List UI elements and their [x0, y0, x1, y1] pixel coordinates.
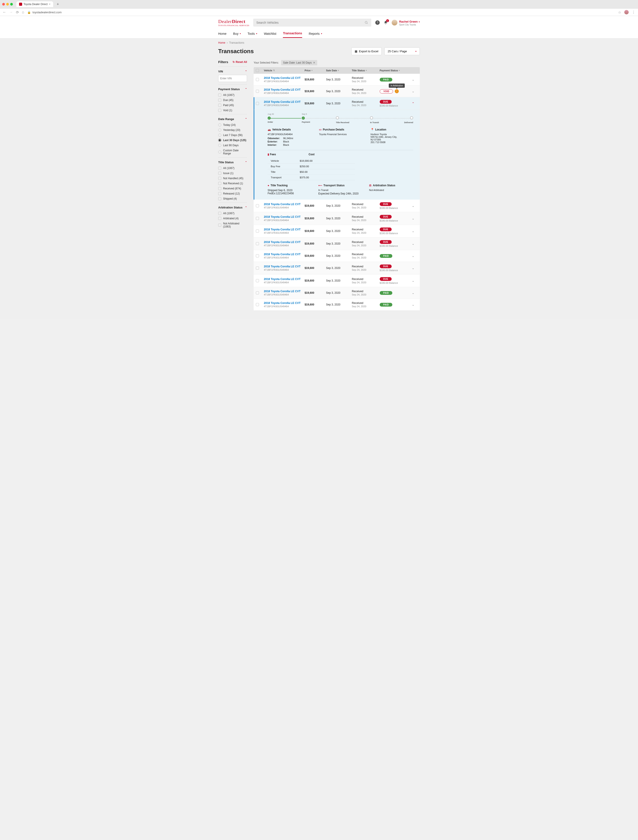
filter-option[interactable]: Last 30 Days (125) — [218, 139, 247, 142]
expand-row-icon[interactable]: ⌄ — [412, 242, 418, 245]
filter-option[interactable]: Paid (45) — [218, 104, 247, 107]
radio-icon[interactable] — [218, 144, 221, 147]
checkbox-icon[interactable] — [218, 93, 221, 96]
vehicle-link[interactable]: 2018 Toyota Corolla LE CVT — [264, 290, 305, 293]
remove-chip-icon[interactable]: ✕ — [313, 61, 315, 64]
logo[interactable]: DealerDirect TOYOTA FINANCIAL SERVICES — [218, 19, 249, 27]
radio-icon[interactable] — [218, 139, 221, 142]
filter-option[interactable]: Today (24) — [218, 123, 247, 126]
checkbox-icon[interactable] — [218, 217, 221, 220]
row-checkbox[interactable] — [256, 267, 259, 270]
vehicle-link[interactable]: 2018 Toyota Corolla LE CVT — [264, 302, 305, 305]
warning-icon[interactable]: !In Arbitration — [395, 89, 399, 93]
filter-option[interactable]: Not Handled (45) — [218, 177, 247, 180]
select-all-checkbox[interactable] — [256, 69, 259, 72]
filter-group-payment-toggle[interactable]: Payment Status ⌃ — [218, 87, 247, 93]
filter-option[interactable]: All (1067) — [218, 212, 247, 215]
expand-row-icon[interactable]: ⌄ — [412, 254, 418, 257]
expand-row-icon[interactable]: ⌄ — [412, 279, 418, 283]
search-bar[interactable] — [253, 19, 371, 27]
checkbox-icon[interactable] — [218, 177, 221, 180]
user-menu[interactable]: Rachel Green ▾ Sport City Toyota — [392, 19, 420, 26]
filter-option[interactable]: Issue (1) — [218, 172, 247, 175]
checkbox-icon[interactable] — [218, 104, 221, 107]
nav-transactions[interactable]: Transactions — [283, 29, 302, 38]
checkbox-icon[interactable] — [218, 224, 221, 227]
vehicle-link[interactable]: 2018 Toyota Corolla LE CVT — [264, 253, 305, 256]
star-icon[interactable]: ☆ — [618, 10, 621, 14]
checkbox-icon[interactable] — [218, 187, 221, 190]
checkbox-icon[interactable] — [218, 192, 221, 195]
filter-option[interactable]: Due (45) — [218, 99, 247, 102]
back-icon[interactable]: ← — [3, 10, 6, 14]
profile-avatar-icon[interactable] — [624, 10, 629, 14]
filter-option[interactable]: Yesterday (20) — [218, 128, 247, 131]
page-size-select[interactable]: 25 Cars / Page ▾ — [384, 47, 420, 55]
filter-option[interactable]: Released (12) — [218, 192, 247, 195]
filter-option[interactable]: Shipped (4) — [218, 197, 247, 200]
maximize-window-icon[interactable] — [10, 3, 13, 6]
nav-reports[interactable]: Reports▾ — [309, 29, 322, 38]
filter-option[interactable]: All (1067) — [218, 167, 247, 170]
row-checkbox[interactable] — [256, 229, 259, 232]
filter-group-title-toggle[interactable]: Title Status ⌃ — [218, 160, 247, 166]
export-excel-button[interactable]: ▦ Export to Excel — [351, 47, 382, 55]
expand-row-icon[interactable]: ⌄ — [412, 229, 418, 233]
expand-row-icon[interactable]: ⌄ — [412, 266, 418, 270]
help-icon[interactable]: ? — [375, 21, 380, 25]
filter-option[interactable]: Last 90 Days — [218, 144, 247, 147]
checkbox-icon[interactable] — [218, 99, 221, 102]
minimize-window-icon[interactable] — [6, 3, 9, 6]
radio-icon[interactable] — [218, 150, 221, 153]
row-checkbox[interactable] — [256, 78, 259, 81]
home-icon[interactable]: ⌂ — [22, 10, 24, 14]
expand-row-icon[interactable]: ⌄ — [412, 204, 418, 208]
browser-tab[interactable]: Toyota Dealer Direct × — [16, 2, 53, 7]
url-text[interactable]: toyotadealerdirect.com — [33, 11, 62, 14]
checkbox-icon[interactable] — [218, 109, 221, 112]
row-checkbox[interactable] — [256, 279, 259, 282]
vehicle-link[interactable]: 2018 Toyota Corolla LE CVT — [264, 88, 305, 91]
filter-option[interactable]: Arbitrated (4) — [218, 217, 247, 220]
checkbox-icon[interactable] — [218, 182, 221, 185]
new-tab-button[interactable]: + — [55, 2, 61, 7]
row-checkbox[interactable] — [256, 291, 259, 294]
col-vehicle[interactable]: Vehicle⇅ — [264, 69, 305, 72]
checkbox-icon[interactable] — [218, 212, 221, 215]
filter-chip[interactable]: Sale Date: Last 30 Days ✕ — [281, 60, 317, 65]
row-checkbox[interactable] — [256, 242, 259, 245]
col-payment-status[interactable]: Payment Status▾ — [380, 69, 412, 72]
filter-option[interactable]: Not Received (1) — [218, 182, 247, 185]
checkbox-icon[interactable] — [218, 197, 221, 200]
col-price[interactable]: Price▾ — [305, 69, 326, 72]
filter-group-arb-toggle[interactable]: Arbitration Status ⌃ — [218, 205, 247, 211]
vehicle-link[interactable]: 2018 Toyota Corolla LE CVT — [264, 76, 305, 79]
filter-group-vin-toggle[interactable]: VIN ⌃ — [218, 69, 247, 75]
row-checkbox[interactable] — [256, 204, 259, 207]
radio-icon[interactable] — [218, 128, 221, 131]
filter-option[interactable]: Custom Date Range — [218, 149, 247, 155]
vehicle-link[interactable]: 2018 Toyota Corolla LE CVT — [264, 241, 305, 244]
expand-row-icon[interactable]: ⌄ — [412, 303, 418, 306]
vehicle-link[interactable]: 2018 Toyota Corolla LE CVT — [264, 203, 305, 206]
vehicle-link[interactable]: 2018 Toyota Corolla LE CVT — [264, 228, 305, 231]
reload-icon[interactable]: ⟳ — [16, 10, 19, 14]
expand-row-icon[interactable]: ⌄ — [412, 90, 418, 93]
close-window-icon[interactable] — [2, 3, 5, 6]
vin-input[interactable] — [218, 75, 247, 82]
expand-row-icon[interactable]: ⌄ — [412, 216, 418, 220]
nav-watchlist[interactable]: Watchlist — [264, 29, 276, 38]
expand-row-icon[interactable]: ⌄ — [412, 78, 418, 81]
reset-all-button[interactable]: ↻ Reset All — [232, 60, 247, 63]
vehicle-link[interactable]: 2018 Toyota Corolla LE CVT — [264, 100, 305, 103]
expand-row-icon[interactable]: ⌃ — [412, 102, 418, 105]
col-title-status[interactable]: Title Status▾ — [352, 69, 380, 72]
row-checkbox[interactable] — [256, 254, 259, 257]
filter-group-date-toggle[interactable]: Date Range ⌃ — [218, 117, 247, 123]
checkbox-icon[interactable] — [218, 167, 221, 170]
radio-icon[interactable] — [218, 123, 221, 126]
vehicle-link[interactable]: 2018 Toyota Corolla LE CVT — [264, 215, 305, 218]
notifications-icon[interactable]: 1 — [384, 21, 388, 25]
crumb-home[interactable]: Home — [218, 41, 225, 44]
radio-icon[interactable] — [218, 134, 221, 137]
